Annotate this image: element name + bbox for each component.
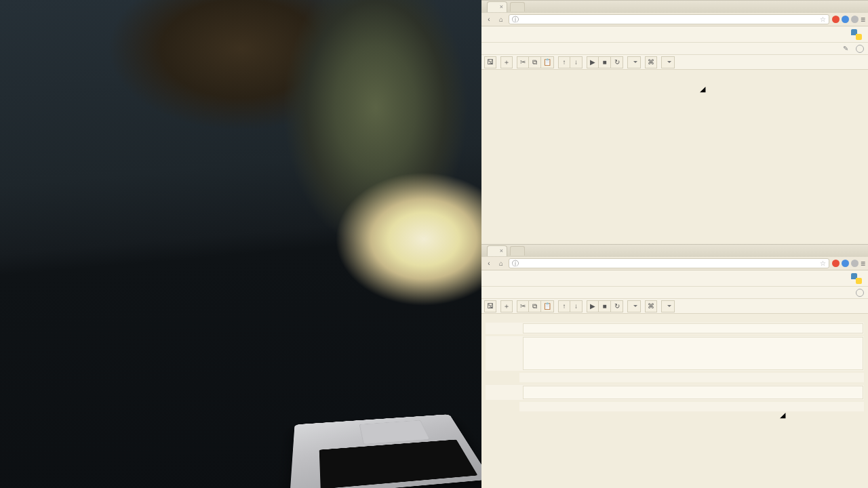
- notebook-body[interactable]: [481, 70, 868, 244]
- cell-input[interactable]: [523, 323, 863, 333]
- run-button[interactable]: ▶: [587, 56, 599, 68]
- code-cell[interactable]: [486, 385, 864, 400]
- python-logo-icon: [850, 28, 863, 41]
- menu-icon[interactable]: ≡: [861, 259, 865, 268]
- extension-icon[interactable]: [832, 16, 840, 23]
- save-button[interactable]: 🖫: [484, 56, 496, 68]
- add-cell-button[interactable]: ＋: [500, 56, 513, 68]
- cell-type-select[interactable]: [627, 56, 641, 68]
- restart-button[interactable]: ↻: [611, 300, 623, 312]
- browser-window-bottom: × ‹ ⌂ ⓘ ☆ ≡: [481, 244, 868, 488]
- info-icon: ⓘ: [512, 259, 519, 268]
- star-icon[interactable]: ☆: [820, 16, 826, 23]
- menu-bar: [481, 287, 868, 299]
- cell-input[interactable]: [523, 337, 863, 370]
- stop-button[interactable]: ■: [599, 300, 611, 312]
- output-row: .: [486, 373, 864, 382]
- extension-icon[interactable]: [851, 16, 859, 23]
- code-cell[interactable]: [486, 336, 864, 371]
- trackpad: [359, 420, 430, 445]
- add-cell-button[interactable]: ＋: [500, 300, 513, 312]
- in-prompt: [489, 337, 523, 370]
- extension-icon[interactable]: [851, 260, 859, 267]
- extension-icons: ≡: [832, 15, 865, 24]
- pencil-icon: ✎: [843, 45, 850, 52]
- menu-bar: ✎: [481, 43, 868, 55]
- copy-button[interactable]: ⧉: [529, 300, 541, 312]
- copy-button[interactable]: ⧉: [529, 56, 541, 68]
- move-up-button[interactable]: ↑: [558, 300, 570, 312]
- move-up-button[interactable]: ↑: [558, 56, 570, 68]
- toolbar: 🖫 ＋ ✂ ⧉ 📋 ↑ ↓ ▶ ■ ↻ ⌘: [481, 55, 868, 70]
- close-icon[interactable]: ×: [500, 247, 503, 254]
- browser-tab[interactable]: ×: [487, 245, 507, 256]
- home-icon[interactable]: ⌂: [496, 15, 506, 24]
- save-button[interactable]: 🖫: [484, 300, 496, 312]
- mouse-cursor-icon: ◢: [700, 82, 705, 89]
- new-tab-button[interactable]: [510, 246, 525, 256]
- person-photo: [0, 0, 481, 488]
- stop-button[interactable]: ■: [599, 56, 611, 68]
- move-down-button[interactable]: ↓: [570, 56, 583, 68]
- mouse-cursor-icon: ◢: [780, 408, 785, 415]
- browser-window-top: × ‹ ⌂ ⓘ ☆ ≡: [481, 0, 868, 244]
- cell-type-select[interactable]: [627, 300, 641, 312]
- stacked-browser-windows: × ‹ ⌂ ⓘ ☆ ≡: [481, 0, 868, 488]
- cut-button[interactable]: ✂: [517, 56, 529, 68]
- restart-button[interactable]: ↻: [611, 56, 623, 68]
- command-palette-button[interactable]: ⌘: [645, 300, 657, 312]
- notebook-header: [481, 270, 868, 287]
- extension-icons: ≡: [832, 259, 865, 268]
- extension-icon[interactable]: [842, 260, 849, 267]
- paste-button[interactable]: 📋: [541, 56, 554, 68]
- tab-strip: ×: [481, 245, 868, 257]
- laptop-illustration: [290, 414, 481, 488]
- move-down-button[interactable]: ↓: [570, 300, 583, 312]
- browser-tab[interactable]: ×: [487, 1, 507, 12]
- cell-toolbar-select[interactable]: [661, 300, 675, 312]
- cut-button[interactable]: ✂: [517, 300, 529, 312]
- notebook-body[interactable]: . .: [481, 314, 868, 488]
- back-icon[interactable]: ‹: [484, 15, 494, 24]
- toolbar: 🖫 ＋ ✂ ⧉ 📋 ↑ ↓ ▶ ■ ↻ ⌘: [481, 299, 868, 314]
- address-bar-row: ‹ ⌂ ⓘ ☆ ≡: [481, 13, 868, 26]
- in-prompt: [489, 386, 523, 399]
- star-icon[interactable]: ☆: [820, 260, 826, 267]
- notebook-header: [481, 26, 868, 43]
- output-row: .: [486, 402, 864, 411]
- cell-output: [519, 402, 864, 411]
- kernel-indicator: [853, 289, 864, 297]
- keyboard: [319, 439, 478, 488]
- address-bar-row: ‹ ⌂ ⓘ ☆ ≡: [481, 257, 868, 270]
- cell-output: [519, 373, 864, 382]
- paste-button[interactable]: 📋: [541, 300, 554, 312]
- kernel-indicator: ✎: [843, 45, 864, 53]
- back-icon[interactable]: ‹: [484, 259, 494, 268]
- run-button[interactable]: ▶: [587, 300, 599, 312]
- in-prompt: [489, 323, 523, 333]
- command-palette-button[interactable]: ⌘: [645, 56, 657, 68]
- extension-icon[interactable]: [832, 260, 840, 267]
- address-bar[interactable]: ⓘ ☆: [509, 14, 829, 24]
- python-logo-icon: [850, 272, 863, 285]
- code-cell[interactable]: [486, 323, 864, 334]
- close-icon[interactable]: ×: [500, 3, 503, 10]
- home-icon[interactable]: ⌂: [496, 259, 506, 268]
- address-bar[interactable]: ⓘ ☆: [509, 258, 829, 268]
- new-tab-button[interactable]: [510, 2, 525, 12]
- extension-icon[interactable]: [842, 16, 849, 23]
- tab-strip: ×: [481, 1, 868, 13]
- cell-toolbar-select[interactable]: [661, 56, 675, 68]
- cell-input[interactable]: [523, 386, 863, 399]
- info-icon: ⓘ: [512, 15, 519, 24]
- photo-backdrop: [0, 0, 481, 488]
- menu-icon[interactable]: ≡: [861, 15, 865, 24]
